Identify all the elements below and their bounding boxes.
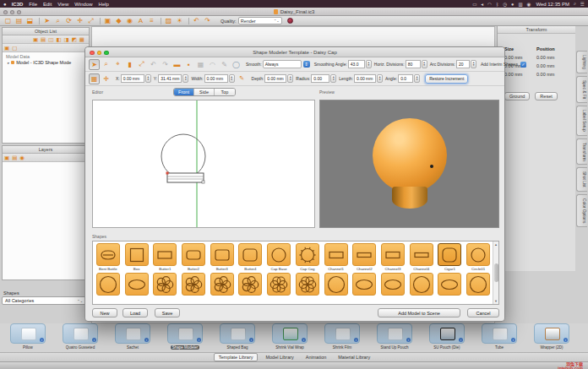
- stepper-icon[interactable]: ▲▼: [182, 74, 188, 83]
- stepper-icon[interactable]: ▲▼: [145, 74, 151, 83]
- library-item-tube[interactable]: iTube: [473, 323, 525, 352]
- new-shape-button[interactable]: New: [92, 308, 117, 317]
- zoom-window-button[interactable]: [17, 10, 21, 14]
- menu-clock[interactable]: Wed 12:35 PM: [536, 2, 569, 7]
- info-icon[interactable]: i: [564, 338, 568, 342]
- shape-tile-bent-bottle[interactable]: Bent Bottle: [95, 243, 122, 271]
- shape-tile-row2-9[interactable]: [351, 273, 378, 296]
- lock-icon[interactable]: ▦: [79, 36, 84, 43]
- sphere-mode-icon[interactable]: ◯: [231, 59, 242, 70]
- shape-tile-circle01[interactable]: Circle01: [465, 243, 492, 271]
- add-object-icon[interactable]: ▣: [33, 36, 38, 43]
- menu-app[interactable]: IC3D: [12, 2, 24, 7]
- grid-snap-icon[interactable]: ▦: [89, 73, 100, 84]
- param-input[interactable]: 0.0: [398, 74, 413, 83]
- battery-icon[interactable]: ▭: [472, 2, 476, 7]
- side-tab-label-setup[interactable]: Label Setup: [576, 106, 587, 136]
- info-icon[interactable]: i: [354, 338, 358, 342]
- scroll-down-icon[interactable]: ▼: [494, 299, 498, 303]
- object-list-body[interactable]: Model Data ▸ Model - IC3D Shape Mode: [3, 52, 89, 143]
- move-node-icon[interactable]: ✛: [101, 73, 112, 84]
- notification-center-icon[interactable]: ☰: [580, 2, 585, 7]
- shape-tile-cap-cog[interactable]: Cap Cog: [294, 243, 321, 271]
- add-layer-icon[interactable]: ▣: [4, 155, 9, 161]
- quality-dropdown[interactable]: Render ⌃⌄: [238, 17, 282, 24]
- side-tab-transform[interactable]: Transform: [576, 138, 587, 166]
- pencil-node-icon[interactable]: ✎: [219, 59, 230, 70]
- info-icon[interactable]: i: [249, 338, 253, 342]
- zoom-in-icon[interactable]: ⌕: [101, 59, 112, 70]
- zoom-tool-icon[interactable]: ⌕: [53, 17, 63, 25]
- library-item-pillow[interactable]: iPillow: [2, 323, 54, 352]
- layer-visibility-icon[interactable]: ◉: [19, 155, 24, 161]
- shape-tile-row2-10[interactable]: [379, 273, 406, 296]
- dialog-zoom-button[interactable]: [104, 51, 109, 56]
- shape-tile-row2-2[interactable]: [151, 273, 178, 296]
- save-icon[interactable]: ⬓: [25, 17, 35, 25]
- profile-editor-canvas[interactable]: [92, 100, 315, 228]
- stepper-icon[interactable]: ▲▼: [229, 74, 235, 83]
- layers-body[interactable]: [3, 162, 89, 279]
- shape-tile-channel3[interactable]: Channel3: [379, 243, 406, 271]
- select-tool-icon[interactable]: ➤: [42, 17, 52, 25]
- shape-tile-channel2[interactable]: Channel2: [351, 243, 378, 271]
- dropdown-arrows-icon[interactable]: ⇕: [303, 61, 310, 68]
- menu-view[interactable]: View: [57, 2, 68, 7]
- load-shape-button[interactable]: Load: [122, 308, 148, 317]
- param-input[interactable]: 0.00 mm: [264, 74, 286, 83]
- zoom-region-icon[interactable]: ⌖: [112, 59, 123, 70]
- tab-side[interactable]: Side: [194, 89, 215, 95]
- info-icon[interactable]: i: [144, 338, 149, 342]
- cancel-button[interactable]: Cancel: [467, 308, 499, 317]
- 3d-preview-canvas[interactable]: [319, 100, 499, 228]
- scroll-up-icon[interactable]: ▲: [494, 242, 498, 247]
- lathe-tool-icon[interactable]: ◉: [125, 17, 134, 25]
- smoothing-input[interactable]: 80: [406, 60, 421, 68]
- stepper-icon[interactable]: ▲▼: [414, 74, 420, 83]
- window-title-bar[interactable]: Daisy_Final.ic3: [0, 8, 588, 16]
- side-tab-spec-fit[interactable]: Spec & Fit: [576, 76, 587, 103]
- stepper-icon[interactable]: ▲▼: [330, 74, 336, 83]
- shape-tile-row2-7[interactable]: [294, 273, 321, 296]
- fit-view-icon[interactable]: ⤢: [86, 17, 95, 25]
- shape-tile-row2-4[interactable]: [209, 273, 236, 296]
- menu-file[interactable]: File: [29, 2, 37, 7]
- shape-primitive-icon[interactable]: ◆: [114, 17, 123, 25]
- coord-input[interactable]: 0.00 mm: [121, 74, 144, 83]
- box-primitive-icon[interactable]: ▣: [103, 17, 112, 25]
- material-icon[interactable]: ▨: [164, 17, 173, 25]
- clock-icon[interactable]: ◷: [503, 2, 507, 7]
- bluetooth-icon[interactable]: ᛒ: [496, 2, 498, 7]
- undo-profile-icon[interactable]: ↶: [148, 59, 159, 70]
- stepper-icon[interactable]: ▲▼: [471, 60, 476, 68]
- delete-layer-icon[interactable]: ▤: [12, 155, 17, 161]
- menu-edit[interactable]: Edit: [43, 2, 52, 7]
- pencil-edit-icon[interactable]: ✎: [237, 73, 248, 84]
- orbit-tool-icon[interactable]: ⟳: [64, 17, 74, 25]
- ground-button[interactable]: Ground: [504, 92, 530, 100]
- expand-all-icon[interactable]: ▣: [4, 45, 9, 52]
- shapes-category-dropdown[interactable]: All Categories ⌃⌄: [2, 296, 86, 305]
- scrollbar-thumb[interactable]: [494, 263, 498, 282]
- spotlight-search-icon[interactable]: ⌕: [574, 1, 576, 7]
- remove-object-icon[interactable]: ▤: [41, 36, 46, 43]
- tab-top[interactable]: Top: [215, 89, 235, 95]
- menu-window[interactable]: Window: [74, 2, 92, 7]
- shapes-scrollbar[interactable]: ▲ ▼: [493, 241, 498, 304]
- shape-tile-channel1[interactable]: Channel1: [323, 243, 350, 271]
- app-status-icon-2[interactable]: ▥: [518, 2, 522, 7]
- dialog-close-button[interactable]: [90, 51, 95, 56]
- apple-menu-icon[interactable]: ●: [3, 2, 7, 7]
- redo-profile-icon[interactable]: ↷: [160, 59, 171, 70]
- shape-tile-butter3[interactable]: Butter3: [209, 243, 236, 271]
- dialog-title-bar[interactable]: Shape Modeler Template - Daisy Cap: [85, 47, 504, 57]
- shape-tile-butter4[interactable]: Butter4: [237, 243, 264, 271]
- duplicate-icon[interactable]: ◨: [64, 36, 69, 43]
- save-shape-button[interactable]: Save: [155, 308, 180, 317]
- info-icon[interactable]: i: [302, 338, 306, 342]
- stepper-icon[interactable]: ▲▼: [366, 60, 372, 68]
- environment-icon[interactable]: ☀: [175, 17, 184, 25]
- group-icon[interactable]: ◫: [48, 36, 53, 43]
- shape-tile-row2-13[interactable]: [465, 273, 492, 296]
- arc-node-icon[interactable]: ◠: [207, 59, 218, 70]
